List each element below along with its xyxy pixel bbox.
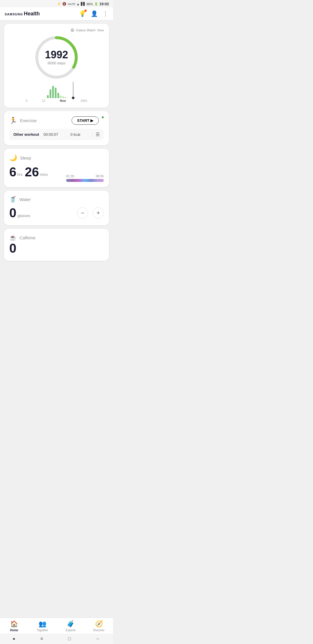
running-icon: 🏃 (9, 117, 17, 124)
water-icon: 🥤 (9, 196, 17, 203)
steps-ring[interactable]: 1992 /6000 steps (9, 34, 104, 81)
workout-time: 00:00:07 (43, 132, 58, 137)
water-controls: − + (75, 207, 104, 218)
steps-source: Galaxy Watch Now (9, 28, 104, 32)
sleep-start-time: 01:39 (66, 174, 74, 178)
water-title: Water (19, 197, 31, 202)
profile-icon: 👤 (91, 10, 98, 17)
sleep-hours: 6 (9, 166, 16, 178)
logo-samsung: SAMSUNG (5, 12, 23, 16)
minus-icon: − (81, 210, 84, 216)
status-icons: ⚡ 🔇 VoLTE ▲ ▋▋ 80% 🔋 19:02 (57, 2, 109, 6)
sleep-header: 🌙 Sleep (9, 154, 104, 162)
status-time: 19:02 (99, 2, 109, 6)
sleep-mins-label: mins (40, 172, 48, 177)
app-logo: SAMSUNG Health (5, 11, 79, 17)
workout-kcal: 0 kcal (62, 132, 88, 137)
sleep-title: Sleep (20, 155, 31, 160)
steps-count: 1992 (45, 50, 68, 60)
exercise-row[interactable]: Other workout 00:00:07 0 kcal ☰ (9, 129, 104, 140)
chart-labels: 0 12 Now 24(h) (25, 99, 88, 102)
water-header: 🥤 Water (9, 196, 104, 203)
water-count: 0 (9, 206, 16, 220)
water-decrease-button[interactable]: − (77, 207, 88, 218)
plus-icon: + (97, 210, 100, 216)
menu-button[interactable]: ⋮ (103, 10, 108, 17)
bluetooth-icon: ⚡ (57, 2, 61, 6)
water-unit: glasses (17, 214, 30, 218)
bar-7 (62, 96, 64, 98)
steps-goal: /6000 steps (45, 61, 68, 65)
galaxy-watch-icon (71, 28, 74, 32)
bar-6 (60, 95, 61, 98)
main-content: Galaxy Watch Now 1992 /6000 steps (0, 20, 113, 301)
list-icon[interactable]: ☰ (92, 132, 100, 137)
sleep-timeline: 01:39 08:05 (66, 174, 104, 182)
battery-icon: 🔋 (94, 2, 98, 6)
bar-8 (65, 97, 66, 98)
source-label: Galaxy Watch (76, 28, 96, 32)
sleep-card: 🌙 Sleep 6 hrs 26 mins 01:39 08:05 (4, 149, 109, 187)
steps-card: Galaxy Watch Now 1992 /6000 steps (4, 24, 109, 108)
sleep-bar (66, 179, 104, 182)
bar-3 (52, 86, 54, 98)
steps-progress-ring: 1992 /6000 steps (33, 34, 80, 81)
bars-container (28, 84, 85, 98)
wifi-icon: ▲ (77, 2, 80, 6)
battery-label: 80% (87, 2, 93, 6)
signal-icon: ▋▋ (81, 2, 85, 6)
logo-health: Health (24, 11, 40, 17)
chart-label-start: 0 (26, 99, 28, 102)
status-bar: ⚡ 🔇 VoLTE ▲ ▋▋ 80% 🔋 19:02 (0, 0, 113, 7)
start-button[interactable]: START ▶ (72, 116, 99, 125)
water-count-row: 0 glasses − + (9, 206, 104, 220)
online-indicator (102, 116, 104, 118)
water-card: 🥤 Water 0 glasses − + (4, 191, 109, 225)
steps-center: 1992 /6000 steps (45, 50, 68, 65)
app-header: SAMSUNG Health 💡 👤 ⋮ (0, 7, 113, 20)
sleep-times: 01:39 08:05 (66, 174, 104, 178)
exercise-header: 🏃 Exercise START ▶ (9, 116, 104, 125)
exercise-controls: START ▶ (72, 116, 104, 125)
exercise-card: 🏃 Exercise START ▶ Other workout 00:00:0… (4, 111, 109, 145)
header-icons: 💡 👤 ⋮ (79, 10, 108, 17)
more-icon: ⋮ (103, 10, 108, 17)
bar-2 (50, 89, 51, 98)
sleep-hrs-label: hrs (17, 172, 22, 177)
chart-label-end: 24(h) (81, 99, 87, 102)
caffeine-header: ☕ Caffeine (9, 234, 104, 241)
source-time: Now (97, 28, 104, 32)
workout-name: Other workout (13, 132, 39, 137)
sleep-mins: 26 (25, 166, 39, 178)
now-dot (72, 97, 74, 99)
volte-icon: VoLTE (68, 3, 75, 6)
mute-icon: 🔇 (62, 2, 66, 6)
moon-icon: 🌙 (9, 154, 17, 162)
bar-4 (55, 88, 57, 98)
chart-label-middle: 12 (42, 99, 45, 102)
lightbulb-button[interactable]: 💡 (79, 10, 86, 17)
water-amount: 0 glasses (9, 206, 30, 220)
sleep-end-time: 08:05 (96, 174, 104, 178)
bar-1 (47, 95, 49, 98)
sleep-data-row: 6 hrs 26 mins 01:39 08:05 (9, 166, 104, 182)
coffee-icon: ☕ (9, 234, 17, 241)
bar-5 (57, 93, 59, 98)
caffeine-title: Caffeine (19, 235, 36, 240)
caffeine-card: ☕ Caffeine 0 (4, 229, 109, 261)
steps-chart: 0 12 Now 24(h) (9, 84, 104, 102)
water-increase-button[interactable]: + (93, 207, 104, 218)
chart-label-now: Now (60, 99, 66, 102)
caffeine-count: 0 (9, 241, 16, 256)
now-line (73, 82, 73, 98)
exercise-title: Exercise (20, 118, 37, 123)
caffeine-data-row: 0 (9, 241, 104, 256)
sleep-duration: 6 hrs 26 mins (9, 166, 50, 178)
notification-dot (84, 10, 87, 12)
profile-button[interactable]: 👤 (91, 10, 98, 17)
exercise-title-row: 🏃 Exercise (9, 117, 37, 124)
